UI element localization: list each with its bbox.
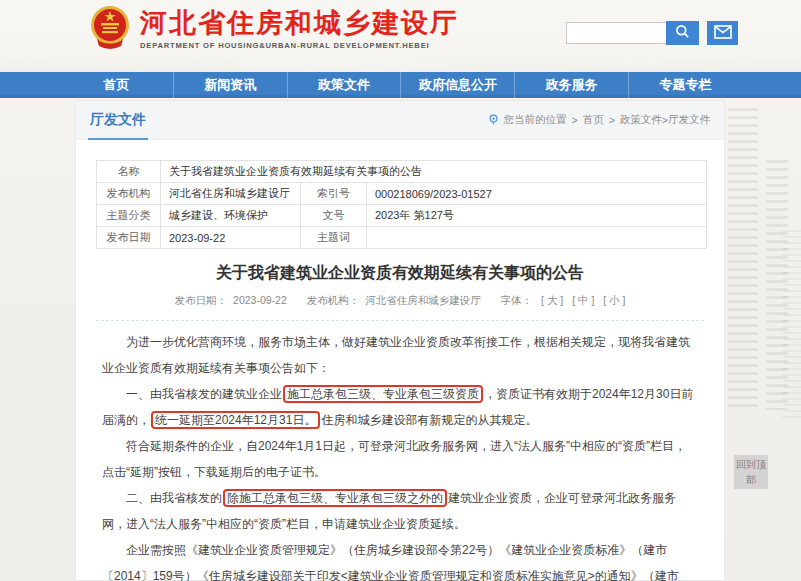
red-highlight-box: 施工总承包三级、专业承包三级资质	[283, 385, 483, 403]
search-button[interactable]	[666, 21, 699, 45]
breadcrumb-current[interactable]: 厅发文件	[668, 113, 710, 127]
nav-item-news[interactable]: 新闻资讯	[173, 72, 287, 98]
document-meta-table: 名称 关于我省建筑业企业资质有效期延续有关事项的公告 发布机构 河北省住房和城乡…	[96, 160, 707, 249]
nav-item-gov-info[interactable]: 政府信息公开	[400, 72, 514, 98]
breadcrumb-separator: >	[572, 114, 578, 126]
table-row: 主题分类 城乡建设、环境保护 文号 2023年 第127号	[97, 205, 707, 227]
paragraph-text: 一、由我省核发的建筑业企业	[126, 387, 282, 401]
doc-index-value: 000218069/2023-01527	[367, 183, 707, 205]
breadcrumb: 您当前的位置 > 首页 > 政策文件 > 厅发文件	[488, 113, 710, 127]
table-row: 名称 关于我省建筑业企业资质有效期延续有关事项的公告	[97, 161, 707, 183]
meta-date-label: 发布日期：	[175, 294, 228, 306]
search-icon	[675, 24, 690, 42]
doc-publisher-label: 发布机构	[97, 183, 161, 205]
article-paragraph: 二、由我省核发的除施工总承包三级、专业承包三级之外的建筑业企业资质，企业可登录河…	[102, 485, 698, 537]
mail-icon	[714, 25, 732, 42]
doc-number-value: 2023年 第127号	[367, 205, 707, 227]
mail-button[interactable]	[707, 21, 738, 45]
nav-item-services[interactable]: 政务服务	[514, 72, 628, 98]
font-size-label: 字体：	[501, 294, 533, 306]
doc-publisher-value: 河北省住房和城乡建设厅	[161, 183, 301, 205]
article-title: 关于我省建筑业企业资质有效期延续有关事项的公告	[76, 263, 724, 284]
article-paragraph: 企业需按照《建筑业企业资质管理规定》（住房城乡建设部令第22号）《建筑业企业资质…	[102, 537, 698, 581]
nav-item-home[interactable]: 首页	[60, 72, 173, 98]
font-size-small-button[interactable]: [ 小 ]	[603, 294, 625, 306]
article-paragraph: 为进一步优化营商环境，服务市场主体，做好建筑业企业资质改革衔接工作，根据相关规定…	[102, 329, 698, 381]
main-nav: 首页 新闻资讯 政策文件 政府信息公开 政务服务 专题专栏	[0, 72, 801, 98]
back-to-top-button[interactable]: 回到顶部	[734, 455, 768, 489]
doc-category-label: 主题分类	[97, 205, 161, 227]
background-skyline-texture	[722, 100, 801, 482]
doc-date-value: 2023-09-22	[161, 227, 301, 249]
table-row: 发布机构 河北省住房和城乡建设厅 索引号 000218069/2023-0152…	[97, 183, 707, 205]
site-title: 河北省住房和城乡建设厅	[140, 8, 459, 38]
doc-number-label: 文号	[301, 205, 367, 227]
breadcrumb-separator: >	[609, 114, 615, 126]
doc-name-value: 关于我省建筑业企业资质有效期延续有关事项的公告	[161, 161, 707, 183]
meta-date: 2023-09-22	[233, 294, 287, 306]
font-size-medium-button[interactable]: [ 中 ]	[572, 294, 594, 306]
breadcrumb-home-link[interactable]: 首页	[583, 113, 604, 127]
search-area	[566, 21, 738, 45]
paragraph-text: 住房和城乡建设部有新规定的从其规定。	[321, 413, 537, 427]
dashed-divider	[96, 320, 704, 321]
national-emblem-logo[interactable]	[88, 3, 132, 51]
paragraph-text: 二、由我省核发的	[126, 491, 222, 505]
paragraph-text: 企业需按照《建筑业企业资质管理规定》（住房城乡建设部令第22号）《建筑业企业资质…	[102, 543, 679, 581]
red-highlight-box: 除施工总承包三级、专业承包三级之外的	[223, 489, 447, 507]
doc-keyword-label: 主题词	[301, 227, 367, 249]
paragraph-text: 为进一步优化营商环境，服务市场主体，做好建筑业企业资质改革衔接工作，根据相关规定…	[102, 335, 690, 375]
breadcrumb-location-label: 您当前的位置	[504, 113, 567, 127]
paragraph-text: 符合延期条件的企业，自2024年1月1日起，可登录河北政务服务网，进入“法人服务…	[102, 439, 686, 479]
nav-item-topics[interactable]: 专题专栏	[628, 72, 742, 98]
doc-date-label: 发布日期	[97, 227, 161, 249]
article-body: 为进一步优化营商环境，服务市场主体，做好建筑业企业资质改革衔接工作，根据相关规定…	[102, 329, 698, 581]
meta-publisher: 河北省住房和城乡建设厅	[365, 294, 481, 306]
nav-item-policy[interactable]: 政策文件	[287, 72, 401, 98]
meta-publisher-label: 发布机构：	[307, 294, 360, 306]
location-pin-icon	[488, 114, 499, 127]
breadcrumb-bar: 厅发文件 您当前的位置 > 首页 > 政策文件 > 厅发文件	[76, 101, 724, 140]
doc-keyword-value	[367, 227, 707, 249]
article-meta: 发布日期：2023-09-22 发布机构：河北省住房和城乡建设厅 字体： [ 大…	[76, 294, 724, 308]
site-header: 河北省住房和城乡建设厅 DEPARTMENT OF HOUSING&URBAN-…	[0, 0, 801, 72]
breadcrumb-section-link[interactable]: 政策文件	[620, 113, 662, 127]
article-paragraph: 一、由我省核发的建筑业企业施工总承包三级、专业承包三级资质，资质证书有效期于20…	[102, 381, 698, 433]
search-input[interactable]	[566, 22, 666, 44]
doc-category-value: 城乡建设、环境保护	[161, 205, 301, 227]
doc-name-label: 名称	[97, 161, 161, 183]
article-paragraph: 符合延期条件的企业，自2024年1月1日起，可登录河北政务服务网，进入“法人服务…	[102, 433, 698, 485]
content-panel: 厅发文件 您当前的位置 > 首页 > 政策文件 > 厅发文件	[75, 100, 725, 581]
brand-block: 河北省住房和城乡建设厅 DEPARTMENT OF HOUSING&URBAN-…	[140, 8, 459, 50]
red-highlight-box: 统一延期至2024年12月31日。	[151, 411, 320, 429]
doc-index-label: 索引号	[301, 183, 367, 205]
site-subtitle: DEPARTMENT OF HOUSING&URBAN-RURAL DEVELO…	[140, 41, 459, 50]
table-row: 发布日期 2023-09-22 主题词	[97, 227, 707, 249]
font-size-large-button[interactable]: [ 大 ]	[541, 294, 563, 306]
page: 河北省住房和城乡建设厅 DEPARTMENT OF HOUSING&URBAN-…	[0, 0, 801, 581]
tab-department-documents[interactable]: 厅发文件	[90, 111, 146, 129]
